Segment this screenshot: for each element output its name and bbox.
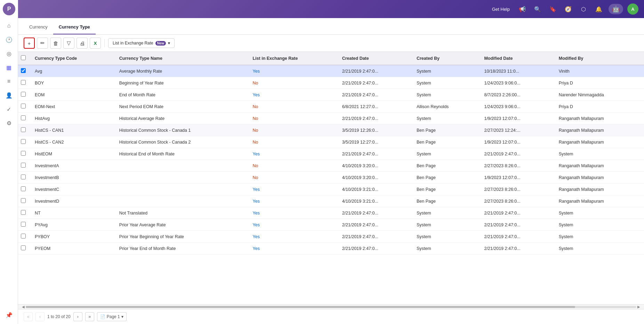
scroll-right-arrow[interactable]: ▶ bbox=[636, 305, 641, 309]
row-checkbox-cell[interactable] bbox=[18, 243, 31, 254]
row-checkbox[interactable] bbox=[21, 92, 26, 97]
table-row[interactable]: BOY Beginning of Year Rate No 2/21/2019 … bbox=[18, 77, 644, 89]
clock-icon[interactable]: 🕐 bbox=[3, 33, 15, 46]
table-row[interactable]: HistCS - CAN2 Historical Common Stock - … bbox=[18, 136, 644, 148]
excel-button[interactable]: X bbox=[90, 38, 101, 49]
row-checkbox-cell[interactable] bbox=[18, 195, 31, 207]
table-row[interactable]: HistEOM Historical End of Month Rate Yes… bbox=[18, 148, 644, 160]
table-row[interactable]: HistCS - CAN1 Historical Common Stock - … bbox=[18, 124, 644, 136]
prev-page-button[interactable]: ‹ bbox=[35, 312, 45, 321]
row-name: Historical Average Rate bbox=[115, 113, 249, 124]
table-row[interactable]: PYAvg Prior Year Average Rate Yes 2/21/2… bbox=[18, 219, 644, 231]
data-table-container[interactable]: Currency Type Code Currency Type Name Li… bbox=[18, 52, 644, 304]
table-row[interactable]: InvestmentD Yes 4/10/2019 3:21:0... Ben … bbox=[18, 195, 644, 207]
row-checkbox-cell[interactable] bbox=[18, 148, 31, 160]
grid-icon[interactable]: ▦ bbox=[3, 61, 15, 74]
row-checkbox[interactable] bbox=[21, 104, 26, 108]
row-checkbox-cell[interactable] bbox=[18, 231, 31, 243]
app-logo[interactable]: P bbox=[3, 3, 15, 15]
row-checkbox[interactable] bbox=[21, 80, 26, 85]
settings-icon[interactable]: ⚙ bbox=[3, 117, 15, 129]
page-select-button[interactable]: 📄 Page 1 ▾ bbox=[97, 312, 127, 321]
table-row[interactable]: HistAvg Historical Average Rate No 2/21/… bbox=[18, 113, 644, 124]
table-row[interactable]: EOM-Next Next Period EOM Rate No 6/8/202… bbox=[18, 101, 644, 113]
table-row[interactable]: EOM End of Month Rate Yes 2/21/2019 2:47… bbox=[18, 89, 644, 101]
row-checkbox[interactable] bbox=[21, 175, 26, 179]
row-checkbox-cell[interactable] bbox=[18, 113, 31, 124]
row-checkbox-cell[interactable] bbox=[18, 172, 31, 184]
pin-icon[interactable]: 📌 bbox=[3, 309, 15, 321]
user-avatar[interactable]: A bbox=[627, 3, 638, 15]
table-row[interactable]: InvestmentA No 4/10/2019 3:20:0... Ben P… bbox=[18, 160, 644, 172]
table-row[interactable]: InvestmentB No 4/10/2019 3:20:0... Ben P… bbox=[18, 172, 644, 184]
table-row[interactable]: PYBOY Prior Year Beginning of Year Rate … bbox=[18, 231, 644, 243]
row-list-exchange-rate: Yes bbox=[248, 89, 338, 101]
row-name: Next Period EOM Rate bbox=[115, 101, 249, 113]
row-modified-date: 10/18/2023 11:0... bbox=[480, 65, 554, 77]
row-checkbox-cell[interactable] bbox=[18, 136, 31, 148]
bookmark-icon[interactable]: 🔖 bbox=[547, 3, 558, 15]
row-checkbox-cell[interactable] bbox=[18, 89, 31, 101]
first-page-button[interactable]: « bbox=[24, 312, 33, 321]
row-checkbox[interactable] bbox=[21, 245, 26, 250]
next-page-button[interactable]: › bbox=[73, 312, 82, 321]
row-checkbox[interactable] bbox=[21, 115, 26, 120]
search-icon[interactable]: 🔍 bbox=[532, 3, 543, 15]
target-icon[interactable]: ◎ bbox=[3, 47, 15, 60]
select-all-header[interactable] bbox=[18, 52, 31, 65]
row-checkbox[interactable] bbox=[21, 222, 26, 227]
add-button[interactable]: + bbox=[24, 38, 35, 49]
row-checkbox-cell[interactable] bbox=[18, 184, 31, 195]
tasks-icon[interactable]: ✓ bbox=[3, 103, 15, 115]
cube-icon[interactable]: ⬡ bbox=[578, 3, 589, 15]
topbar-chip[interactable]: 🤖 bbox=[609, 4, 623, 14]
megaphone-icon[interactable]: 📢 bbox=[517, 3, 528, 15]
row-checkbox[interactable] bbox=[21, 210, 26, 215]
row-modified-by: System bbox=[555, 231, 644, 243]
row-checkbox[interactable] bbox=[21, 198, 26, 203]
list-icon[interactable]: ≡ bbox=[3, 75, 15, 88]
list-in-exchange-rate-button[interactable]: List in Exchange Rate New ▾ bbox=[108, 38, 175, 48]
scroll-track[interactable] bbox=[26, 306, 636, 308]
row-checkbox[interactable] bbox=[21, 139, 26, 144]
row-checkbox-cell[interactable] bbox=[18, 65, 31, 77]
tab-currency-type[interactable]: Currency Type bbox=[53, 20, 96, 34]
row-checkbox[interactable] bbox=[21, 234, 26, 238]
last-page-button[interactable]: » bbox=[85, 312, 94, 321]
horizontal-scrollbar[interactable]: ◀ ▶ bbox=[18, 304, 644, 309]
row-modified-date: 1/24/2023 9:06:0... bbox=[480, 77, 554, 89]
row-checkbox-cell[interactable] bbox=[18, 160, 31, 172]
row-created-date: 3/5/2019 12:27:0... bbox=[338, 136, 412, 148]
select-all-checkbox[interactable] bbox=[21, 55, 26, 60]
user-icon[interactable]: 👤 bbox=[3, 89, 15, 102]
row-checkbox-cell[interactable] bbox=[18, 124, 31, 136]
tab-currency[interactable]: Currency bbox=[24, 20, 53, 34]
row-checkbox-cell[interactable] bbox=[18, 207, 31, 219]
bell-icon[interactable]: 🔔 bbox=[593, 3, 604, 15]
edit-button[interactable]: ✏ bbox=[37, 38, 48, 49]
scroll-left-arrow[interactable]: ◀ bbox=[21, 305, 26, 309]
table-row[interactable]: NT Not Translated Yes 2/21/2019 2:47:0..… bbox=[18, 207, 644, 219]
print-button[interactable]: 🖨 bbox=[77, 38, 88, 49]
row-checkbox[interactable] bbox=[21, 151, 26, 156]
row-modified-by: Vinith bbox=[555, 65, 644, 77]
row-checkbox[interactable] bbox=[21, 163, 26, 168]
compass-icon[interactable]: 🧭 bbox=[563, 3, 574, 15]
get-help-button[interactable]: Get Help bbox=[489, 5, 513, 13]
row-name bbox=[115, 184, 249, 195]
filter-button[interactable]: ▽ bbox=[63, 38, 74, 49]
col-header-modified-by: Modified By bbox=[555, 52, 644, 65]
row-checkbox-cell[interactable] bbox=[18, 77, 31, 89]
row-checkbox-cell[interactable] bbox=[18, 101, 31, 113]
scroll-thumb[interactable] bbox=[26, 306, 575, 308]
home-icon[interactable]: ⌂ bbox=[3, 19, 15, 32]
row-code: InvestmentD bbox=[31, 195, 115, 207]
table-row[interactable]: InvestmentC Yes 4/10/2019 3:21:0... Ben … bbox=[18, 184, 644, 195]
row-checkbox[interactable] bbox=[21, 127, 26, 132]
table-row[interactable]: PYEOM Prior Year End of Month Rate Yes 2… bbox=[18, 243, 644, 254]
table-row[interactable]: Avg Average Monthly Rate Yes 2/21/2019 2… bbox=[18, 65, 644, 77]
row-checkbox-cell[interactable] bbox=[18, 219, 31, 231]
row-checkbox[interactable] bbox=[21, 68, 26, 73]
row-checkbox[interactable] bbox=[21, 186, 26, 191]
delete-button[interactable]: 🗑 bbox=[50, 38, 61, 49]
